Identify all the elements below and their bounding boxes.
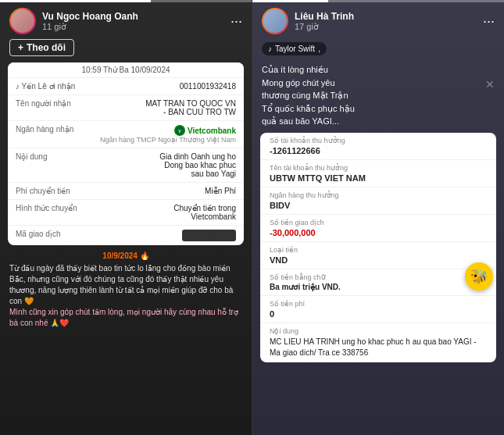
bank-label-recipient: Tên người nhận xyxy=(16,99,86,108)
right-caption-text: Của ít lòng nhiều Mong góp chút yêu thươ… xyxy=(262,63,495,128)
right-row-fee: Số tiền phí 0 xyxy=(260,296,496,323)
right-row-bank: Ngân hàng thu hưởng BIDV xyxy=(260,187,496,215)
music-label: Taylor Swift xyxy=(275,45,315,53)
right-avatar[interactable] xyxy=(262,8,288,34)
right-value-note: MC LIEU HA TRINH ung ho khac phuc h au q… xyxy=(270,337,487,358)
right-label-words: Số tiền bằng chữ xyxy=(270,273,487,281)
right-user-info: Liêu Hà Trinh 17 giờ xyxy=(295,11,477,32)
left-username: Vu Ngoc Hoang Oanh xyxy=(42,11,224,22)
right-value-words: Ba mươi triệu VND. xyxy=(270,283,487,291)
vcb-icon: V xyxy=(174,125,185,136)
bank-value-fee: Miễn Phí xyxy=(91,187,236,195)
right-row-words: Số tiền bằng chữ Ba mươi triệu VND. xyxy=(260,269,496,296)
close-icon[interactable]: ✕ xyxy=(485,78,495,91)
right-username: Liêu Hà Trinh xyxy=(295,11,477,22)
right-value-bank: BIDV xyxy=(270,201,487,210)
right-label-amount: Số tiền giao dịch xyxy=(270,219,487,226)
bank-label-method: Hình thức chuyển xyxy=(16,204,86,212)
left-bank-card: 10:59 Thứ Ba 10/09/2024 ♪ Yến Lê ơi nhận… xyxy=(8,62,244,245)
left-story-header: Vu Ngoc Hoang Oanh 11 giờ ··· xyxy=(0,0,252,39)
right-caption: Của ít lòng nhiều Mong góp chút yêu thươ… xyxy=(252,59,504,133)
bank-row-content: Nội dung Gia dinh Oanh ung hoDong bao kh… xyxy=(8,148,244,183)
right-value-currency: VND xyxy=(270,255,487,265)
right-label-accname: Tên tài khoản thu hưởng xyxy=(270,164,487,172)
more-options-icon[interactable]: ··· xyxy=(231,13,242,30)
right-story-panel: Liêu Hà Trinh 17 giờ ··· ♪ Taylor Swift … xyxy=(252,0,504,435)
right-value-amount: -30,000,000 xyxy=(270,228,487,237)
right-label-bank: Ngân hàng thu hưởng xyxy=(270,191,487,199)
follow-area: + Theo dõi xyxy=(0,39,252,62)
caption-main: Từ đầu ngày đã thấy biết bao tin tức lo … xyxy=(9,263,242,307)
follow-icon: + xyxy=(18,42,23,53)
vietcombank-logo: V Vietcombank xyxy=(91,125,236,136)
left-avatar[interactable] xyxy=(9,8,36,34)
right-row-note: Nội dung MC LIEU HA TRINH ung ho khac ph… xyxy=(260,323,496,362)
bank-value-method: Chuyển tiền trongVietcombank xyxy=(91,204,236,221)
left-time: 11 giờ xyxy=(42,22,224,32)
bank-row-txid: Mã giao dịch ████████ xyxy=(8,226,244,245)
bank-value-content: Gia dinh Oanh ung hoDong bao khac phucsa… xyxy=(91,152,236,178)
bank-value-txid: ████████ xyxy=(91,230,236,241)
bank-label-music: ♪ Yến Lê ơi nhận xyxy=(16,82,86,91)
right-label-account: Số tài khoản thu hưởng xyxy=(270,137,487,144)
bank-value-account: 0011001932418 xyxy=(91,82,236,91)
right-row-account: Số tài khoản thu hưởng -1261122666 xyxy=(260,133,496,160)
bee-sticker: 🐝 xyxy=(465,262,493,291)
right-bank-card: Số tài khoản thu hưởng -1261122666 Tên t… xyxy=(260,133,496,362)
right-value-account: -1261122666 xyxy=(270,146,487,155)
vcb-text: Vietcombank xyxy=(188,127,236,135)
bank-row-recipient: Tên người nhận MAT TRAN TO QUOC VN- BAN … xyxy=(8,95,244,121)
caption-pink: Mình cũng xin góp chút tầm lòng, mọi ngư… xyxy=(9,307,242,329)
bank-row-account: ♪ Yến Lê ơi nhận 0011001932418 xyxy=(8,78,244,95)
music-note-icon: ♪ xyxy=(268,45,272,53)
bank-label-bank: Ngân hàng nhận xyxy=(16,125,86,134)
right-label-currency: Loại tiền xyxy=(270,246,487,254)
bank-row-fee: Phí chuyển tiền Miễn Phí xyxy=(8,183,244,200)
bank-value-recipient: MAT TRAN TO QUOC VN- BAN CUU TRO TW xyxy=(91,99,236,116)
music-comma: , xyxy=(318,45,320,53)
caption-date: 10/9/2024 🔥 xyxy=(9,251,242,260)
bank-time: 10:59 Thứ Ba 10/09/2024 xyxy=(8,62,244,78)
progress-bar xyxy=(0,0,252,2)
right-progress-bar xyxy=(252,0,504,2)
right-value-accname: UBTW MTTQ VIET NAM xyxy=(270,173,487,183)
right-label-fee: Số tiền phí xyxy=(270,300,487,308)
bank-label-content: Nội dung xyxy=(16,152,86,161)
bank-label-txid: Mã giao dịch xyxy=(16,230,86,238)
right-row-amount: Số tiền giao dịch -30,000,000 xyxy=(260,215,496,242)
right-time: 17 giờ xyxy=(295,22,477,32)
follow-label: Theo dõi xyxy=(27,42,66,53)
right-story-header: Liêu Hà Trinh 17 giờ ··· xyxy=(252,0,504,39)
bank-sub-text: Ngân hàng TMCP Ngoại Thương Việt Nam xyxy=(91,136,236,144)
left-story-panel: Vu Ngoc Hoang Oanh 11 giờ ··· + Theo dõi… xyxy=(0,0,252,435)
bank-row-bank: Ngân hàng nhận V Vietcombank Ngân hàng T… xyxy=(8,121,244,148)
right-more-icon[interactable]: ··· xyxy=(483,13,495,30)
left-caption: 10/9/2024 🔥 Từ đầu ngày đã thấy biết bao… xyxy=(0,245,252,333)
right-row-accname: Tên tài khoản thu hưởng UBTW MTTQ VIET N… xyxy=(260,160,496,187)
follow-button[interactable]: + Theo dõi xyxy=(9,39,74,56)
bank-row-method: Hình thức chuyển Chuyển tiền trongVietco… xyxy=(8,200,244,226)
right-row-currency: Loại tiền VND xyxy=(260,242,496,269)
music-tag[interactable]: ♪ Taylor Swift , xyxy=(262,42,327,55)
right-label-note: Nội dung xyxy=(270,327,487,335)
txid-masked: ████████ xyxy=(182,230,236,241)
right-value-fee: 0 xyxy=(270,309,487,319)
bank-label-fee: Phí chuyển tiền xyxy=(16,187,86,195)
left-user-info: Vu Ngoc Hoang Oanh 11 giờ xyxy=(42,11,224,32)
